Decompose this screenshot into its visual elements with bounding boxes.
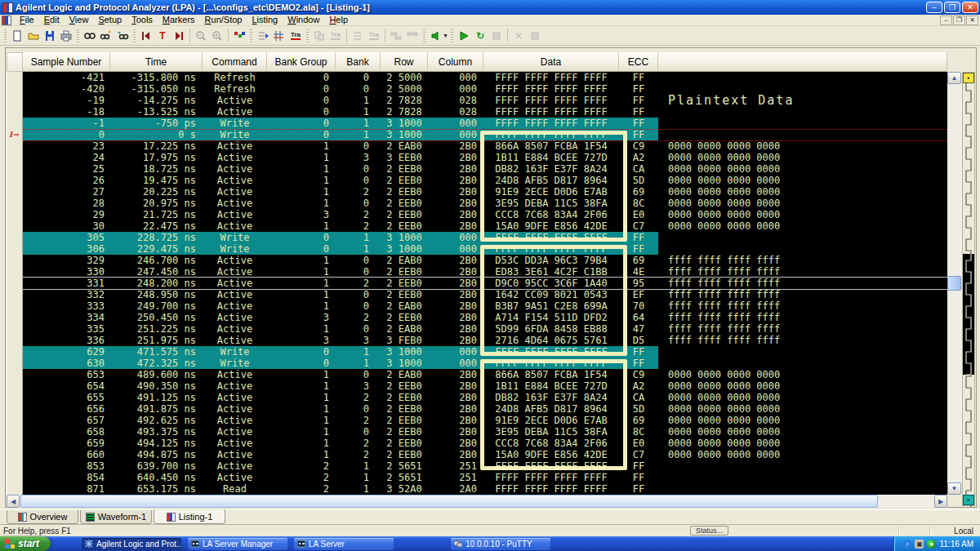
- table-row[interactable]: 331248.200 nsActive122 EEB02B0D9C0 95CC …: [23, 278, 947, 289]
- trace-icon[interactable]: Tra: [287, 28, 304, 44]
- toolbar-grip[interactable]: [306, 29, 309, 42]
- table-row[interactable]: 654490.350 nsActive132 EEB02B01B11 E884 …: [23, 380, 947, 392]
- column-header[interactable]: Row: [381, 52, 428, 72]
- print-icon[interactable]: [58, 28, 74, 44]
- menu-item[interactable]: Window: [283, 15, 324, 25]
- status-button[interactable]: Status...: [690, 526, 728, 535]
- table-row[interactable]: 306229.475 nsWrite013 1000000FFFF FFFF F…: [23, 243, 947, 255]
- goto-m1-marker-icon[interactable]: [138, 28, 154, 44]
- table-row[interactable]: -1-750 psWrite013 1000000FFFF FFFF FFFF …: [23, 118, 947, 129]
- column-header[interactable]: Bank: [336, 52, 381, 72]
- tray-app-icon[interactable]: ▣: [915, 540, 924, 549]
- tab-waveform-1[interactable]: Waveform-1: [80, 510, 152, 524]
- menu-item[interactable]: Listing: [247, 15, 283, 25]
- menu-item[interactable]: File: [15, 15, 39, 25]
- goto-trigger-icon[interactable]: T: [154, 28, 171, 44]
- toolbar-grip[interactable]: [451, 29, 453, 42]
- table-row[interactable]: 659494.125 nsActive122 EEB02B0CCC8 7C68 …: [23, 438, 947, 449]
- column-header[interactable]: Data: [483, 52, 619, 72]
- menu-item[interactable]: Edit: [39, 15, 65, 25]
- toolbar-grip[interactable]: [423, 29, 425, 42]
- menu-item[interactable]: Tools: [127, 15, 158, 25]
- scroll-down-button[interactable]: ▼: [947, 482, 961, 495]
- table-row[interactable]: 329246.700 nsActive102 EAB02B0D53C DD3A …: [23, 255, 947, 266]
- column-header[interactable]: Column: [428, 52, 483, 72]
- table-row[interactable]: -421-315.800 nsRefresh002 5000000FFFF FF…: [23, 72, 947, 83]
- run-icon[interactable]: [456, 28, 472, 44]
- mdi-restore-button[interactable]: ❐: [953, 16, 965, 25]
- column-header[interactable]: Command: [203, 52, 267, 72]
- taskbar-button-putty[interactable]: 10.0.0.10 - PuTTY: [451, 538, 550, 550]
- table-row[interactable]: 2720.225 nsActive122 EEB02B091E9 2ECE D0…: [23, 186, 947, 198]
- tray-status-icon[interactable]: ●: [927, 540, 936, 549]
- zoom-out-icon[interactable]: [193, 28, 209, 44]
- horizontal-scrollbar[interactable]: ◀ ▶: [7, 495, 947, 508]
- tab-overview[interactable]: Overview: [7, 510, 78, 524]
- menu-item[interactable]: Run/Stop: [200, 15, 247, 25]
- toolbar-grip[interactable]: [133, 29, 136, 42]
- start-button[interactable]: start: [0, 536, 51, 551]
- document-icon[interactable]: [2, 16, 11, 25]
- tray-hide-icons-icon[interactable]: ‹: [902, 540, 911, 549]
- table-row[interactable]: 2921.725 nsActive322 EEB02B0CCC8 7C68 83…: [23, 209, 947, 220]
- horizontal-scroll-thumb[interactable]: [20, 495, 878, 508]
- table-row[interactable]: 854640.450 nsActive212 5651251FFFF FFFF …: [23, 472, 947, 483]
- column-header[interactable]: Sample Number: [23, 52, 110, 72]
- menu-item[interactable]: Setup: [93, 15, 127, 25]
- table-row[interactable]: 629471.575 nsWrite013 1000000FFFF FFFF F…: [23, 346, 947, 358]
- table-row[interactable]: 630472.325 nsWrite013 1000000FFFF FFFF F…: [23, 358, 947, 369]
- column-header[interactable]: ECC: [619, 52, 658, 72]
- new-file-icon[interactable]: [9, 28, 25, 44]
- table-row[interactable]: 2317.225 nsActive102 EAB02B0866A 8507 FC…: [23, 140, 947, 152]
- table-row[interactable]: 853639.700 nsActive212 5651251FFFF FFFF …: [23, 460, 947, 472]
- tab-listing-1[interactable]: Listing-1: [154, 509, 225, 524]
- overview-bottom-marker-button[interactable]: ▪: [963, 495, 974, 505]
- minimize-button[interactable]: –: [926, 2, 942, 13]
- toolbar-grip[interactable]: [77, 29, 79, 42]
- toolbar-grip[interactable]: [250, 29, 252, 42]
- table-row[interactable]: 336251.975 nsActive333 FEB02B02716 4D64 …: [23, 335, 947, 346]
- column-header[interactable]: Bank Group: [267, 52, 336, 72]
- mdi-minimize-button[interactable]: –: [940, 16, 952, 25]
- save-icon[interactable]: [42, 28, 58, 44]
- marker-colors-icon[interactable]: [231, 28, 247, 44]
- find-previous-icon[interactable]: [114, 28, 131, 44]
- table-row[interactable]: 335251.225 nsActive102 EAB02B05D99 6FDA …: [23, 323, 947, 335]
- listing-viewport[interactable]: -421-315.800 nsRefresh002 5000000FFFF FF…: [23, 72, 947, 495]
- vertical-scrollbar[interactable]: ▲ ▼: [947, 72, 961, 495]
- table-row[interactable]: -19-14.275 nsActive012 7828028FFFF FFFF …: [23, 95, 947, 106]
- toolbar-grip[interactable]: [4, 29, 7, 42]
- table-row[interactable]: 657492.625 nsActive122 EEB02B091E9 2ECE …: [23, 415, 947, 426]
- table-row[interactable]: 334250.450 nsActive322 EEB02B0A714 F154 …: [23, 312, 947, 323]
- open-file-icon[interactable]: [25, 28, 42, 44]
- table-row[interactable]: 2518.725 nsActive102 EEB02B0DB82 163F E3…: [23, 163, 947, 175]
- table-row[interactable]: 2417.975 nsActive133 EEB02B01B11 E884 BC…: [23, 152, 947, 163]
- table-row[interactable]: 660494.875 nsActive122 EEB02B015A0 9DFE …: [23, 449, 947, 460]
- insert-column-icon[interactable]: [255, 28, 271, 44]
- table-row[interactable]: -420-315.050 nsRefresh002 5000000FFFF FF…: [23, 83, 947, 95]
- vertical-scroll-thumb[interactable]: [947, 276, 961, 291]
- data-overview-strip[interactable]: ▪ ▪: [962, 72, 975, 506]
- table-row[interactable]: 656491.875 nsActive102 EEB02B024D8 AFB5 …: [23, 403, 947, 415]
- table-row[interactable]: 871653.175 nsRead213 52A02A0FFFF FFFF FF…: [23, 483, 947, 495]
- zoom-in-icon[interactable]: [209, 28, 225, 44]
- table-row[interactable]: 3022.475 nsActive122 EEB02B015A0 9DFE E8…: [23, 220, 947, 232]
- menu-item[interactable]: Markers: [158, 15, 200, 25]
- menu-item[interactable]: Help: [324, 15, 353, 25]
- sound-icon[interactable]: [428, 28, 444, 44]
- find-next-icon[interactable]: [98, 28, 114, 44]
- table-row[interactable]: 332248.950 nsActive102 EEB02B01642 CC09 …: [23, 289, 947, 300]
- menu-item[interactable]: View: [65, 15, 94, 25]
- overview-top-marker-button[interactable]: ▪: [963, 73, 974, 83]
- table-row[interactable]: -18-13.525 nsActive012 7828028FFFF FFFF …: [23, 106, 947, 118]
- column-header[interactable]: Time: [110, 52, 203, 72]
- table-row[interactable]: 2619.475 nsActive102 EEB02B024D8 AFB5 D8…: [23, 175, 947, 186]
- taskbar-button-la-server[interactable]: LA Server: [294, 538, 394, 550]
- table-row[interactable]: 333249.700 nsActive102 EAB02B0B3B7 9A51 …: [23, 300, 947, 312]
- table-row[interactable]: 653489.600 nsActive102 EAB02B0866A 8507 …: [23, 369, 947, 380]
- table-row[interactable]: 655491.125 nsActive122 EEB02B0DB82 163F …: [23, 392, 947, 403]
- close-button[interactable]: ✕: [962, 2, 978, 13]
- taskbar-button-la-server-manager[interactable]: LA Server Manager: [188, 538, 287, 550]
- table-row[interactable]: 2820.975 nsActive102 EEB02B03E95 DEBA 11…: [23, 198, 947, 209]
- scroll-up-button[interactable]: ▲: [947, 72, 961, 84]
